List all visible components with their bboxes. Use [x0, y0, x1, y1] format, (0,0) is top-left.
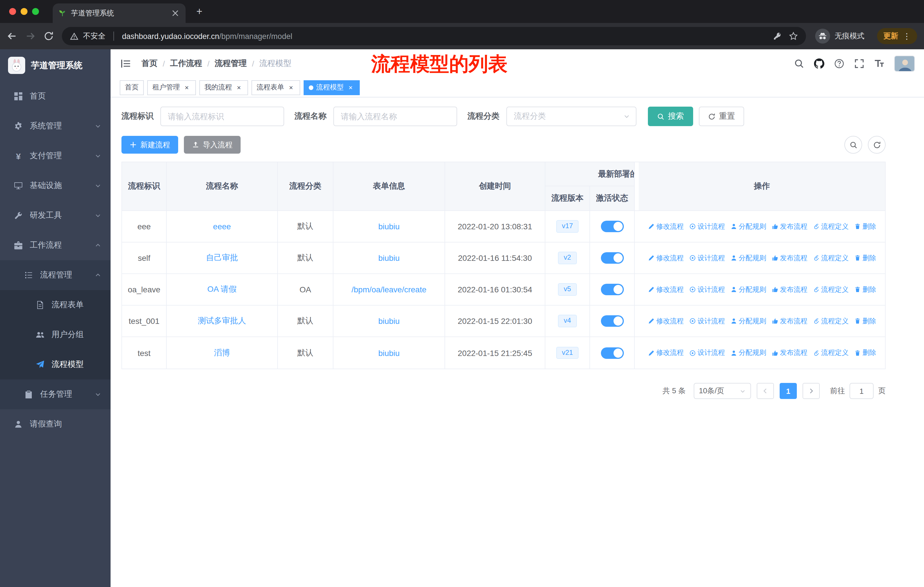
prev-page-button[interactable]: [757, 383, 774, 399]
sidebar-item-leave-query[interactable]: 请假查询: [0, 409, 111, 439]
action-design[interactable]: 设计流程: [689, 284, 725, 294]
sidebar-item-process-model[interactable]: 流程模型: [0, 350, 111, 379]
password-key-icon[interactable]: [773, 31, 782, 41]
security-label[interactable]: 不安全: [83, 31, 106, 41]
breadcrumb-item[interactable]: 工作流程: [170, 58, 202, 69]
close-window-button[interactable]: [9, 8, 16, 15]
reset-button[interactable]: 重置: [699, 107, 744, 126]
show-search-button[interactable]: [844, 136, 862, 154]
close-icon[interactable]: ×: [183, 83, 191, 91]
action-delete[interactable]: 删除: [854, 316, 876, 326]
import-process-button[interactable]: 导入流程: [184, 136, 241, 154]
action-assign[interactable]: 分配规则: [730, 253, 766, 263]
breadcrumb-item[interactable]: 流程管理: [215, 58, 247, 69]
sidebar-item-process-management[interactable]: 流程管理: [0, 260, 111, 290]
action-edit[interactable]: 修改流程: [648, 284, 684, 294]
reload-button[interactable]: [43, 31, 54, 41]
action-edit[interactable]: 修改流程: [648, 222, 684, 231]
maximize-window-button[interactable]: [32, 8, 39, 15]
process-name-link[interactable]: 测试多审批人: [198, 316, 246, 326]
next-page-button[interactable]: [803, 383, 820, 399]
tab-home[interactable]: 首页: [120, 80, 144, 95]
fullscreen-icon[interactable]: [854, 58, 865, 69]
breadcrumb-item[interactable]: 首页: [142, 58, 158, 69]
process-name-input[interactable]: [333, 107, 457, 126]
action-assign[interactable]: 分配规则: [730, 316, 766, 326]
action-assign[interactable]: 分配规则: [730, 222, 766, 231]
goto-page-input[interactable]: [850, 383, 874, 399]
action-publish[interactable]: 发布流程: [771, 222, 807, 231]
action-definition[interactable]: 流程定义: [813, 222, 849, 231]
sidebar-item-user-group[interactable]: 用户分组: [0, 320, 111, 350]
action-design[interactable]: 设计流程: [689, 222, 725, 231]
action-design[interactable]: 设计流程: [689, 253, 725, 263]
close-icon[interactable]: ×: [346, 83, 355, 91]
action-edit[interactable]: 修改流程: [648, 316, 684, 326]
action-edit[interactable]: 修改流程: [648, 253, 684, 263]
action-publish[interactable]: 发布流程: [771, 348, 807, 358]
action-publish[interactable]: 发布流程: [771, 316, 807, 326]
sidebar-item-task-management[interactable]: 任务管理: [0, 379, 111, 409]
search-button[interactable]: 搜索: [648, 107, 693, 126]
search-icon[interactable]: [794, 58, 804, 69]
action-publish[interactable]: 发布流程: [771, 284, 807, 294]
action-definition[interactable]: 流程定义: [813, 316, 849, 326]
browser-tab[interactable]: 芋道管理系统: [53, 3, 186, 23]
action-definition[interactable]: 流程定义: [813, 284, 849, 294]
action-assign[interactable]: 分配规则: [730, 284, 766, 294]
process-name-link[interactable]: 自己审批: [206, 253, 238, 263]
action-design[interactable]: 设计流程: [689, 348, 725, 358]
sidebar-item-dev-tools[interactable]: 研发工具: [0, 201, 111, 230]
address-bar[interactable]: 不安全 dashboard.yudao.iocoder.cn/bpm/manag…: [62, 27, 806, 45]
page-size-select[interactable]: 10条/页: [694, 383, 751, 399]
action-definition[interactable]: 流程定义: [813, 253, 849, 263]
sidebar-item-infrastructure[interactable]: 基础设施: [0, 171, 111, 201]
font-size-icon[interactable]: [874, 58, 884, 69]
minimize-window-button[interactable]: [21, 8, 28, 15]
browser-update-button[interactable]: 更新 ⋮: [877, 28, 917, 44]
tab-close-icon[interactable]: [171, 8, 180, 18]
process-id-input[interactable]: [160, 107, 284, 126]
active-toggle[interactable]: [601, 284, 624, 295]
app-logo[interactable]: 芋道管理系统: [0, 49, 111, 81]
collapse-sidebar-icon[interactable]: [120, 58, 131, 69]
action-publish[interactable]: 发布流程: [771, 253, 807, 263]
process-name-link[interactable]: OA 请假: [207, 284, 237, 294]
form-info-link[interactable]: /bpm/oa/leave/create: [351, 285, 426, 294]
security-warning-icon[interactable]: [70, 32, 79, 40]
tab-process-form[interactable]: 流程表单×: [251, 80, 300, 95]
forward-button[interactable]: [25, 31, 36, 41]
action-delete[interactable]: 删除: [854, 253, 876, 263]
sidebar-item-home[interactable]: 首页: [0, 81, 111, 111]
action-edit[interactable]: 修改流程: [648, 348, 684, 358]
action-delete[interactable]: 删除: [854, 222, 876, 231]
user-avatar[interactable]: [894, 56, 915, 72]
form-info-link[interactable]: biubiu: [378, 222, 400, 231]
category-select[interactable]: 流程分类: [507, 107, 637, 126]
action-design[interactable]: 设计流程: [689, 316, 725, 326]
action-delete[interactable]: 删除: [854, 284, 876, 294]
incognito-avatar[interactable]: [815, 29, 830, 43]
tab-tenant-management[interactable]: 租户管理×: [147, 80, 196, 95]
close-icon[interactable]: ×: [287, 83, 295, 91]
close-icon[interactable]: ×: [235, 83, 243, 91]
sidebar-item-payment-management[interactable]: ¥支付管理: [0, 141, 111, 171]
active-toggle[interactable]: [601, 315, 624, 327]
sidebar-item-process-form[interactable]: 流程表单: [0, 290, 111, 320]
tab-my-process[interactable]: 我的流程×: [200, 80, 248, 95]
action-assign[interactable]: 分配规则: [730, 348, 766, 358]
help-icon[interactable]: [834, 58, 844, 69]
bookmark-star-icon[interactable]: [789, 31, 798, 41]
process-name-link[interactable]: eeee: [213, 222, 231, 231]
action-definition[interactable]: 流程定义: [813, 348, 849, 358]
sidebar-item-workflow[interactable]: 工作流程: [0, 230, 111, 260]
form-info-link[interactable]: biubiu: [378, 348, 400, 357]
form-info-link[interactable]: biubiu: [378, 253, 400, 263]
browser-menu-icon[interactable]: ⋮: [903, 31, 911, 41]
action-delete[interactable]: 删除: [854, 348, 876, 358]
create-process-button[interactable]: 新建流程: [121, 136, 178, 154]
current-page[interactable]: 1: [780, 383, 797, 399]
refresh-table-button[interactable]: [868, 136, 886, 154]
process-name-link[interactable]: 滔博: [214, 348, 230, 358]
back-button[interactable]: [7, 31, 17, 41]
